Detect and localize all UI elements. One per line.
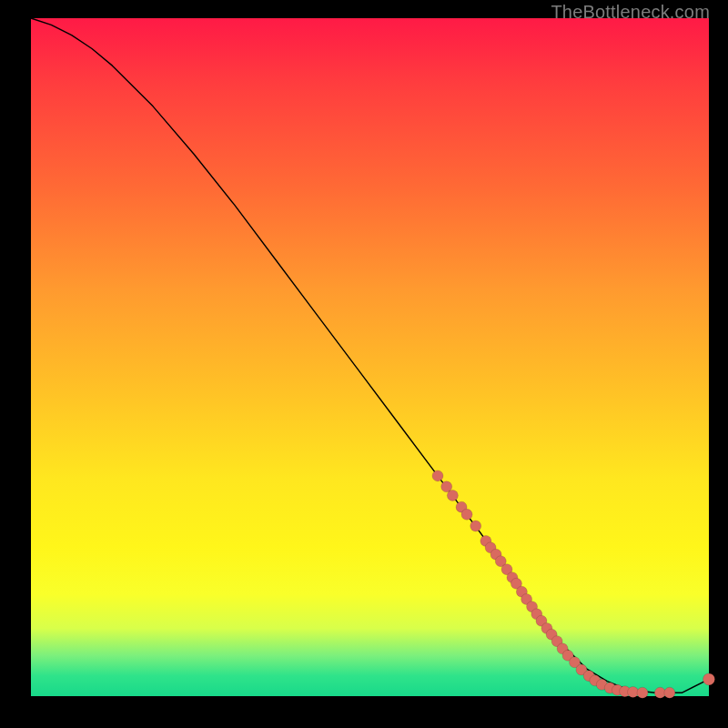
data-point (664, 687, 675, 698)
data-point (628, 687, 639, 698)
data-point (703, 673, 715, 685)
chart-svg (31, 18, 709, 696)
bottleneck-curve (31, 18, 709, 693)
chart-stage: TheBottleneck.com (0, 0, 728, 728)
data-point (432, 470, 443, 481)
plot-area (31, 18, 709, 696)
data-points-group (432, 470, 715, 698)
data-point (447, 490, 458, 500)
data-point (470, 521, 481, 531)
data-point (461, 509, 472, 520)
data-point (637, 687, 648, 698)
